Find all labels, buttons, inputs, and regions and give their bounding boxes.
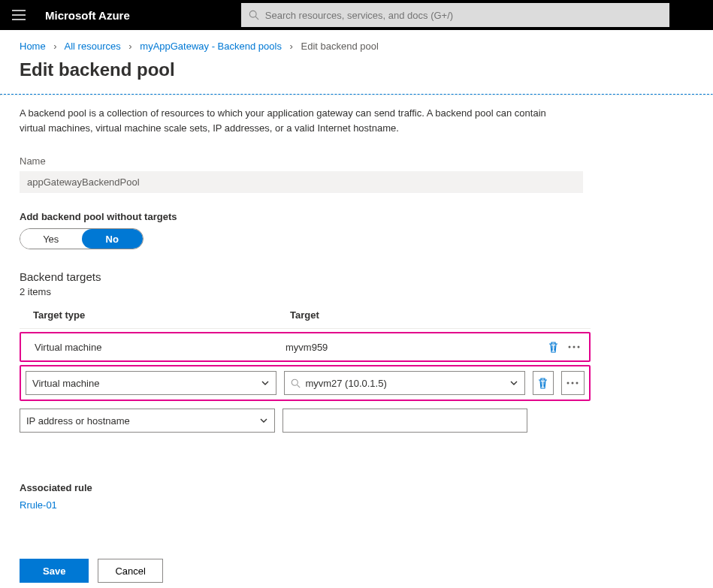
target-value: myvm959: [286, 342, 545, 353]
page-title: Edit backend pool: [0, 56, 713, 94]
svg-line-6: [298, 384, 301, 387]
table-header: Target type Target: [20, 309, 591, 329]
target-select[interactable]: myvm27 (10.0.1.5): [284, 371, 525, 395]
target-type-select[interactable]: IP address or hostname: [20, 409, 275, 433]
table-row: Virtual machine myvm959: [20, 332, 591, 362]
without-targets-toggle[interactable]: Yes No: [20, 228, 144, 249]
svg-point-9: [576, 382, 579, 384]
table-row: Virtual machine myvm27 (10.0.1.5): [20, 365, 591, 401]
chevron-down-icon: [259, 416, 268, 425]
breadcrumb-home[interactable]: Home: [20, 41, 46, 52]
target-input[interactable]: [282, 409, 527, 433]
brand-logo: Microsoft Azure: [38, 9, 144, 22]
toggle-yes[interactable]: Yes: [20, 229, 82, 249]
target-type-select-value: Virtual machine: [32, 378, 99, 389]
search-input[interactable]: [265, 10, 662, 21]
items-count: 2 items: [20, 286, 693, 297]
svg-point-2: [569, 346, 571, 348]
breadcrumb-current: Edit backend pool: [301, 41, 379, 52]
target-select-value: myvm27 (10.0.1.5): [305, 378, 386, 389]
table-row-new: IP address or hostname: [20, 404, 591, 437]
menu-icon[interactable]: [0, 10, 38, 20]
svg-point-4: [578, 346, 580, 348]
breadcrumb-gateway[interactable]: myAppGateway - Backend pools: [140, 41, 282, 52]
chevron-down-icon: [261, 378, 270, 387]
chevron-right-icon: ›: [53, 41, 56, 52]
svg-point-0: [249, 11, 256, 17]
delete-icon[interactable]: [545, 339, 560, 354]
associated-rule-label: Associated rule: [20, 482, 693, 493]
breadcrumb-all-resources[interactable]: All resources: [65, 41, 121, 52]
page-description: A backend pool is a collection of resour…: [20, 106, 560, 136]
cancel-button[interactable]: Cancel: [98, 559, 162, 583]
chevron-right-icon: ›: [290, 41, 293, 52]
target-type-select-value: IP address or hostname: [26, 415, 130, 427]
name-field: [20, 171, 583, 193]
associated-rule-link[interactable]: Rrule-01: [20, 499, 57, 511]
delete-button[interactable]: [533, 371, 554, 395]
top-bar: Microsoft Azure: [0, 0, 713, 30]
chevron-right-icon: ›: [128, 41, 131, 52]
svg-point-7: [567, 382, 569, 384]
col-target: Target: [290, 309, 577, 321]
save-button[interactable]: Save: [20, 559, 89, 583]
breadcrumb: Home › All resources › myAppGateway - Ba…: [0, 30, 713, 56]
name-label: Name: [20, 155, 693, 167]
target-type-value: Virtual machine: [29, 342, 286, 353]
targets-heading: Backend targets: [20, 270, 693, 283]
svg-point-8: [572, 382, 574, 384]
footer-actions: Save Cancel: [0, 559, 713, 588]
toggle-no[interactable]: No: [82, 229, 144, 249]
search-icon: [249, 10, 259, 20]
more-button[interactable]: [561, 371, 585, 395]
col-target-type: Target type: [33, 309, 290, 321]
search-icon: [291, 378, 301, 388]
chevron-down-icon: [509, 378, 518, 387]
svg-point-3: [573, 346, 576, 348]
svg-line-1: [255, 17, 258, 20]
more-icon[interactable]: [566, 339, 582, 354]
without-targets-label: Add backend pool without targets: [20, 211, 693, 222]
targets-table: Target type Target Virtual machine myvm9…: [20, 309, 591, 437]
search-bar[interactable]: [241, 3, 669, 27]
target-type-select[interactable]: Virtual machine: [26, 371, 276, 395]
svg-point-5: [292, 379, 298, 385]
